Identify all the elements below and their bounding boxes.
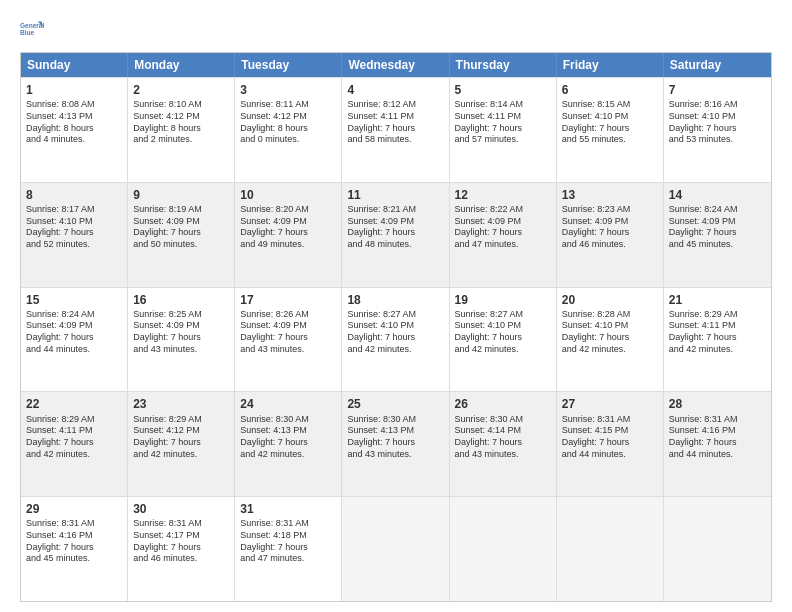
day-number: 6 — [562, 82, 658, 98]
calendar-cell: 19Sunrise: 8:27 AM Sunset: 4:10 PM Dayli… — [450, 288, 557, 392]
day-number: 26 — [455, 396, 551, 412]
cell-details: Sunrise: 8:15 AM Sunset: 4:10 PM Dayligh… — [562, 99, 658, 146]
day-number: 12 — [455, 187, 551, 203]
day-number: 3 — [240, 82, 336, 98]
calendar-cell: 5Sunrise: 8:14 AM Sunset: 4:11 PM Daylig… — [450, 78, 557, 182]
day-number: 28 — [669, 396, 766, 412]
cell-details: Sunrise: 8:22 AM Sunset: 4:09 PM Dayligh… — [455, 204, 551, 251]
calendar-row: 8Sunrise: 8:17 AM Sunset: 4:10 PM Daylig… — [21, 182, 771, 287]
day-number: 24 — [240, 396, 336, 412]
cell-details: Sunrise: 8:16 AM Sunset: 4:10 PM Dayligh… — [669, 99, 766, 146]
calendar-cell — [450, 497, 557, 601]
calendar-cell: 2Sunrise: 8:10 AM Sunset: 4:12 PM Daylig… — [128, 78, 235, 182]
day-header-tuesday: Tuesday — [235, 53, 342, 77]
calendar-cell — [557, 497, 664, 601]
calendar-cell: 21Sunrise: 8:29 AM Sunset: 4:11 PM Dayli… — [664, 288, 771, 392]
cell-details: Sunrise: 8:28 AM Sunset: 4:10 PM Dayligh… — [562, 309, 658, 356]
day-number: 5 — [455, 82, 551, 98]
day-header-sunday: Sunday — [21, 53, 128, 77]
day-number: 17 — [240, 292, 336, 308]
calendar-row: 22Sunrise: 8:29 AM Sunset: 4:11 PM Dayli… — [21, 391, 771, 496]
day-number: 10 — [240, 187, 336, 203]
calendar-cell: 3Sunrise: 8:11 AM Sunset: 4:12 PM Daylig… — [235, 78, 342, 182]
day-header-wednesday: Wednesday — [342, 53, 449, 77]
cell-details: Sunrise: 8:29 AM Sunset: 4:12 PM Dayligh… — [133, 414, 229, 461]
calendar-cell: 13Sunrise: 8:23 AM Sunset: 4:09 PM Dayli… — [557, 183, 664, 287]
cell-details: Sunrise: 8:12 AM Sunset: 4:11 PM Dayligh… — [347, 99, 443, 146]
calendar-cell — [342, 497, 449, 601]
calendar-cell: 24Sunrise: 8:30 AM Sunset: 4:13 PM Dayli… — [235, 392, 342, 496]
day-header-friday: Friday — [557, 53, 664, 77]
calendar-cell: 17Sunrise: 8:26 AM Sunset: 4:09 PM Dayli… — [235, 288, 342, 392]
day-number: 2 — [133, 82, 229, 98]
cell-details: Sunrise: 8:31 AM Sunset: 4:16 PM Dayligh… — [26, 518, 122, 565]
calendar-cell: 27Sunrise: 8:31 AM Sunset: 4:15 PM Dayli… — [557, 392, 664, 496]
cell-details: Sunrise: 8:20 AM Sunset: 4:09 PM Dayligh… — [240, 204, 336, 251]
calendar-cell: 18Sunrise: 8:27 AM Sunset: 4:10 PM Dayli… — [342, 288, 449, 392]
logo: GeneralBlue — [20, 16, 48, 44]
calendar-cell: 29Sunrise: 8:31 AM Sunset: 4:16 PM Dayli… — [21, 497, 128, 601]
cell-details: Sunrise: 8:29 AM Sunset: 4:11 PM Dayligh… — [26, 414, 122, 461]
day-number: 19 — [455, 292, 551, 308]
day-number: 25 — [347, 396, 443, 412]
cell-details: Sunrise: 8:24 AM Sunset: 4:09 PM Dayligh… — [26, 309, 122, 356]
day-number: 29 — [26, 501, 122, 517]
calendar-cell: 7Sunrise: 8:16 AM Sunset: 4:10 PM Daylig… — [664, 78, 771, 182]
day-number: 30 — [133, 501, 229, 517]
calendar-body: 1Sunrise: 8:08 AM Sunset: 4:13 PM Daylig… — [21, 77, 771, 601]
cell-details: Sunrise: 8:31 AM Sunset: 4:17 PM Dayligh… — [133, 518, 229, 565]
calendar-row: 29Sunrise: 8:31 AM Sunset: 4:16 PM Dayli… — [21, 496, 771, 601]
cell-details: Sunrise: 8:23 AM Sunset: 4:09 PM Dayligh… — [562, 204, 658, 251]
calendar-cell: 30Sunrise: 8:31 AM Sunset: 4:17 PM Dayli… — [128, 497, 235, 601]
cell-details: Sunrise: 8:31 AM Sunset: 4:16 PM Dayligh… — [669, 414, 766, 461]
cell-details: Sunrise: 8:08 AM Sunset: 4:13 PM Dayligh… — [26, 99, 122, 146]
cell-details: Sunrise: 8:11 AM Sunset: 4:12 PM Dayligh… — [240, 99, 336, 146]
calendar-cell: 4Sunrise: 8:12 AM Sunset: 4:11 PM Daylig… — [342, 78, 449, 182]
svg-text:Blue: Blue — [20, 29, 34, 36]
day-number: 1 — [26, 82, 122, 98]
cell-details: Sunrise: 8:19 AM Sunset: 4:09 PM Dayligh… — [133, 204, 229, 251]
page-header: GeneralBlue — [20, 16, 772, 44]
calendar-cell: 15Sunrise: 8:24 AM Sunset: 4:09 PM Dayli… — [21, 288, 128, 392]
calendar-cell: 26Sunrise: 8:30 AM Sunset: 4:14 PM Dayli… — [450, 392, 557, 496]
day-number: 15 — [26, 292, 122, 308]
cell-details: Sunrise: 8:27 AM Sunset: 4:10 PM Dayligh… — [455, 309, 551, 356]
calendar-cell: 25Sunrise: 8:30 AM Sunset: 4:13 PM Dayli… — [342, 392, 449, 496]
calendar-cell: 28Sunrise: 8:31 AM Sunset: 4:16 PM Dayli… — [664, 392, 771, 496]
cell-details: Sunrise: 8:25 AM Sunset: 4:09 PM Dayligh… — [133, 309, 229, 356]
day-number: 23 — [133, 396, 229, 412]
day-number: 31 — [240, 501, 336, 517]
logo-icon: GeneralBlue — [20, 16, 48, 44]
cell-details: Sunrise: 8:10 AM Sunset: 4:12 PM Dayligh… — [133, 99, 229, 146]
calendar-cell: 11Sunrise: 8:21 AM Sunset: 4:09 PM Dayli… — [342, 183, 449, 287]
calendar-cell: 8Sunrise: 8:17 AM Sunset: 4:10 PM Daylig… — [21, 183, 128, 287]
cell-details: Sunrise: 8:24 AM Sunset: 4:09 PM Dayligh… — [669, 204, 766, 251]
day-header-monday: Monday — [128, 53, 235, 77]
cell-details: Sunrise: 8:30 AM Sunset: 4:13 PM Dayligh… — [240, 414, 336, 461]
day-header-thursday: Thursday — [450, 53, 557, 77]
cell-details: Sunrise: 8:14 AM Sunset: 4:11 PM Dayligh… — [455, 99, 551, 146]
calendar-cell: 9Sunrise: 8:19 AM Sunset: 4:09 PM Daylig… — [128, 183, 235, 287]
day-header-saturday: Saturday — [664, 53, 771, 77]
calendar: SundayMondayTuesdayWednesdayThursdayFrid… — [20, 52, 772, 602]
calendar-cell: 14Sunrise: 8:24 AM Sunset: 4:09 PM Dayli… — [664, 183, 771, 287]
calendar-cell: 31Sunrise: 8:31 AM Sunset: 4:18 PM Dayli… — [235, 497, 342, 601]
calendar-row: 15Sunrise: 8:24 AM Sunset: 4:09 PM Dayli… — [21, 287, 771, 392]
cell-details: Sunrise: 8:29 AM Sunset: 4:11 PM Dayligh… — [669, 309, 766, 356]
calendar-cell: 12Sunrise: 8:22 AM Sunset: 4:09 PM Dayli… — [450, 183, 557, 287]
day-number: 8 — [26, 187, 122, 203]
calendar-cell: 1Sunrise: 8:08 AM Sunset: 4:13 PM Daylig… — [21, 78, 128, 182]
day-number: 7 — [669, 82, 766, 98]
day-number: 20 — [562, 292, 658, 308]
cell-details: Sunrise: 8:26 AM Sunset: 4:09 PM Dayligh… — [240, 309, 336, 356]
day-number: 21 — [669, 292, 766, 308]
calendar-header: SundayMondayTuesdayWednesdayThursdayFrid… — [21, 53, 771, 77]
day-number: 22 — [26, 396, 122, 412]
calendar-cell: 6Sunrise: 8:15 AM Sunset: 4:10 PM Daylig… — [557, 78, 664, 182]
calendar-cell: 20Sunrise: 8:28 AM Sunset: 4:10 PM Dayli… — [557, 288, 664, 392]
day-number: 11 — [347, 187, 443, 203]
cell-details: Sunrise: 8:17 AM Sunset: 4:10 PM Dayligh… — [26, 204, 122, 251]
calendar-row: 1Sunrise: 8:08 AM Sunset: 4:13 PM Daylig… — [21, 77, 771, 182]
day-number: 9 — [133, 187, 229, 203]
day-number: 18 — [347, 292, 443, 308]
